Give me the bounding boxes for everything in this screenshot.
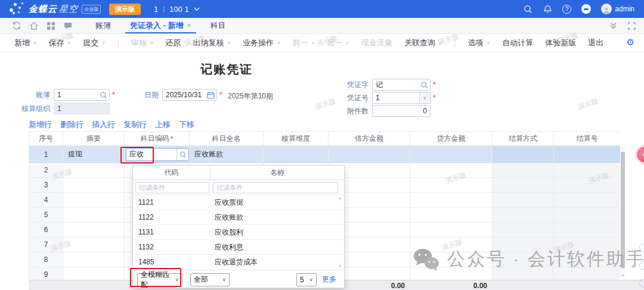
toolbar-new-button[interactable]: 新增∨	[14, 38, 37, 48]
row1-credit[interactable]	[410, 146, 493, 163]
toolbar-restore-button[interactable]: 还原	[166, 38, 181, 48]
empty-cell[interactable]	[63, 223, 125, 237]
tab-accounts[interactable]: 科目	[201, 18, 236, 33]
workspace-switcher[interactable]: 1 | 100 1	[154, 5, 200, 14]
user-menu[interactable]: admin	[601, 4, 634, 14]
voucher-no-select[interactable]: 1 ∨	[372, 92, 431, 104]
account-option[interactable]: 1121应收票据	[133, 195, 344, 209]
voucher-word-lookup-icon[interactable]	[420, 81, 428, 89]
comment-icon[interactable]	[63, 21, 73, 30]
notifications-bell-icon[interactable]	[543, 4, 552, 14]
toolbar-button-label: 业务操作	[243, 38, 274, 48]
code-filter-input[interactable]	[135, 182, 209, 193]
scope-select[interactable]: 全部∨	[190, 273, 230, 286]
empty-cell[interactable]	[410, 208, 493, 223]
column-header-account-name: 科目全名	[190, 132, 264, 146]
toolbar-divider: |	[454, 39, 456, 47]
column-label: 序号	[39, 134, 53, 144]
empty-cell[interactable]	[410, 163, 493, 178]
tab-voucher-entry-new[interactable]: 凭证录入 - 新增×	[120, 18, 201, 33]
toolbar-cashier-review-button[interactable]: 出纳复核∨	[193, 38, 231, 48]
close-icon[interactable]: ×	[187, 21, 191, 30]
required-mark: *	[112, 91, 115, 99]
empty-cell	[554, 237, 620, 252]
name-column-header: 名称	[210, 166, 344, 180]
apps-grid-icon[interactable]	[47, 21, 55, 30]
demo-watermark: 演示版	[576, 96, 599, 112]
empty-cell[interactable]	[410, 193, 493, 208]
toolbar-button-label: 退出	[588, 38, 603, 48]
account-option[interactable]: 1132应收利息	[133, 239, 344, 254]
toolbar-business-ops-button[interactable]: 业务操作∨	[243, 38, 281, 48]
tab-account-books[interactable]: 账簿	[86, 18, 120, 33]
empty-cell[interactable]	[63, 163, 125, 178]
move-up-link[interactable]: 上移	[155, 119, 171, 130]
app-header: 金蝶云 星空 企业版 演示版 1 | 100 1 ? admin	[0, 0, 644, 18]
book-lookup-icon[interactable]	[100, 91, 107, 99]
row1-dimension[interactable]	[264, 146, 329, 163]
toolbar-submit-button[interactable]: 提交∨	[83, 38, 106, 48]
column-label: 摘要	[86, 134, 101, 144]
delete-row-link[interactable]: 删除行	[60, 119, 83, 130]
empty-cell[interactable]	[63, 193, 125, 208]
toolbar-save-button[interactable]: 保存∨	[49, 38, 72, 48]
empty-cell[interactable]	[410, 252, 493, 267]
empty-cell[interactable]	[410, 267, 493, 280]
empty-cell[interactable]	[63, 208, 125, 223]
settings-gear-icon[interactable]: ⚙	[627, 38, 634, 47]
empty-cell[interactable]	[410, 237, 493, 252]
empty-cell[interactable]	[63, 267, 125, 280]
toolbar-auto-calc-button[interactable]: 自动计算	[502, 38, 533, 48]
table-row-selected[interactable]: 1 提现 应收 应收账款	[29, 146, 620, 163]
row-seq: 7	[29, 237, 63, 252]
toolbar-related-query-button[interactable]: 关联查询∨	[404, 38, 442, 48]
empty-cell[interactable]	[410, 178, 493, 193]
floating-promo-icon[interactable]: ◐	[637, 147, 644, 162]
do-not-disturb-icon[interactable]	[581, 4, 591, 14]
empty-cell[interactable]	[63, 252, 125, 267]
account-lookup-icon[interactable]	[177, 149, 188, 161]
more-link[interactable]: 更多	[322, 274, 336, 285]
toolbar-exit-button[interactable]: 退出	[588, 38, 603, 48]
row1-debit[interactable]	[329, 146, 410, 163]
floating-tool-icon[interactable]	[639, 243, 644, 252]
help-icon[interactable]: ?	[562, 5, 571, 14]
org-label: 核算组织	[14, 104, 50, 114]
required-mark: *	[171, 135, 174, 143]
attachments-input[interactable]	[372, 105, 431, 117]
move-down-link[interactable]: 下移	[179, 119, 194, 130]
toolbar-previous-button: 前一∨	[293, 38, 315, 48]
floating-tool-icon[interactable]	[639, 261, 644, 270]
date-label: 日期	[144, 90, 159, 100]
empty-cell[interactable]	[63, 178, 125, 193]
add-row-link[interactable]: 新增行	[29, 119, 52, 130]
copy-row-link[interactable]: 复制行	[123, 119, 147, 130]
match-mode-select[interactable]: 全模糊匹配∨	[137, 273, 182, 286]
row1-account-code-cell[interactable]: 应收	[125, 146, 190, 163]
name-filter-input[interactable]	[213, 182, 338, 193]
sync-icon[interactable]	[12, 21, 21, 30]
fullscreen-icon[interactable]	[628, 22, 636, 30]
chevron-down-icon: ∨	[101, 41, 106, 45]
account-option[interactable]: 1485应收退货成本	[133, 254, 344, 269]
scroll-down-icon[interactable]: ▼	[620, 274, 626, 277]
calendar-icon[interactable]	[207, 91, 215, 99]
collapse-toolbar-icon[interactable]	[609, 22, 617, 29]
row1-summary[interactable]: 提现	[63, 146, 125, 163]
empty-cell	[493, 237, 554, 252]
toolbar-try-new-version-button[interactable]: 体验新版	[545, 38, 576, 48]
empty-cell[interactable]	[63, 237, 125, 252]
insert-row-link[interactable]: 插入行	[92, 119, 115, 130]
column-label: 科目编码	[141, 134, 169, 144]
floating-tool-icon[interactable]	[639, 279, 644, 288]
search-icon[interactable]	[523, 4, 532, 14]
toolbar-options-button[interactable]: 选项∨	[468, 38, 491, 48]
account-code-input[interactable]: 应收	[126, 149, 177, 161]
table-scrollbar[interactable]	[620, 147, 626, 278]
account-option[interactable]: 1131应收股利	[133, 224, 344, 239]
empty-cell	[493, 178, 554, 193]
account-option[interactable]: 1122应收账款	[133, 209, 344, 224]
empty-cell[interactable]	[410, 223, 493, 237]
page-size-select[interactable]: 5∨	[296, 273, 317, 286]
home-icon[interactable]	[29, 21, 39, 30]
